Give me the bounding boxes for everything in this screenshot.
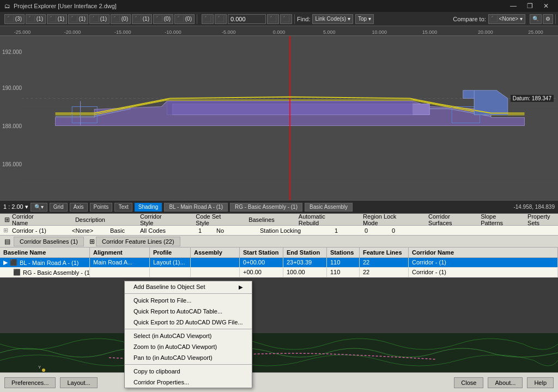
codeset-val: All Codes	[140, 227, 184, 234]
y-label-190: 190.000	[2, 85, 22, 91]
grid-btn[interactable]: Grid	[50, 203, 68, 212]
toolbar-btn-0c[interactable]: ⬛ (0)	[174, 14, 195, 24]
table-tabs[interactable]: ▤ Corridor Baselines (1) ⊞ Corridor Feat…	[0, 236, 558, 248]
toolbar-btn-1e[interactable]: ⬛ (1)	[132, 14, 152, 24]
about-btn[interactable]: About...	[488, 377, 523, 388]
toolbar-icon-q[interactable]: ⬛	[215, 14, 227, 24]
tab-rg-basic[interactable]: RG - Basic Assembly - (1)	[230, 203, 302, 212]
toolbar-btn-0b[interactable]: ⬛ (0)	[153, 14, 173, 24]
value-input[interactable]	[228, 14, 266, 24]
row-icon: ⊞	[3, 227, 12, 234]
y-label-188: 188.000	[2, 123, 22, 129]
row2-end: 100.00	[283, 268, 327, 277]
ctx-quick-report-acad-label: Quick Report to AutoCAD Table...	[134, 308, 222, 315]
viewport[interactable]: -25.000 -20.000 -15.000 -10.000 -5.000 0…	[0, 26, 558, 201]
toolbar-icon-r[interactable]: ⬛	[267, 14, 279, 24]
link-code-btn[interactable]: Link Code(s) ▾	[312, 14, 353, 24]
ctx-quick-report-file[interactable]: Quick Report to File...	[125, 295, 252, 306]
shading-btn[interactable]: Shading	[135, 203, 162, 212]
slope-header: Slope Patterns	[481, 213, 509, 226]
ctx-pan[interactable]: Pan to (in AutoCAD Viewport)	[125, 352, 252, 363]
ctx-copy[interactable]: Copy to clipboard	[125, 366, 252, 377]
scale-label: 1 : 2.00 ▾	[3, 203, 28, 210]
text-btn[interactable]: Text	[114, 203, 132, 212]
ctx-select-label: Select (in AutoCAD Viewport)	[134, 333, 211, 339]
row2-assembly	[191, 268, 240, 277]
x-tick-4: -10.000	[165, 29, 181, 35]
row2-start: +00.00	[240, 268, 283, 277]
maximize-btn[interactable]: ❐	[522, 0, 537, 12]
corridor-name-val: Corridor - (1)	[12, 227, 72, 234]
th-profile: Profile	[150, 248, 191, 257]
toolbar-btn-1b[interactable]: ⬛ (1)	[47, 14, 67, 24]
row1-assembly	[191, 258, 240, 267]
coord-label: -14.958, 184.839	[513, 204, 555, 210]
ctx-corridor-props[interactable]: Corridor Properties...	[125, 377, 252, 388]
settings-btn[interactable]: ⚙	[543, 14, 553, 24]
toolbar-icon-2[interactable]: ⬛	[280, 14, 292, 24]
baselines-tab[interactable]: Corridor Baselines (1)	[14, 237, 84, 246]
baselines-val: 1	[184, 227, 216, 234]
feature-lines-tab-icon: ⊞	[89, 238, 95, 245]
window-controls[interactable]: — ❐ ✕	[506, 0, 554, 12]
toolbar-btn-0a[interactable]: ⬛ (0)	[111, 14, 131, 24]
autorebuild-val: No	[216, 227, 260, 234]
top-btn[interactable]: Top ▾	[355, 14, 374, 24]
table-row[interactable]: ⬛ RG - Basic Assembly - (1) +00.00 100.0…	[0, 268, 558, 278]
ctx-sep-1	[125, 293, 252, 294]
minimize-btn[interactable]: —	[506, 0, 521, 12]
props-row: ⊞ Corridor - (1) <None> Basic All Codes …	[0, 226, 558, 235]
title-area: 🗂 Project Explorer [User Interface 2.dwg…	[4, 3, 117, 9]
row1-corridor: Corridor - (1)	[409, 258, 558, 267]
row1-expand[interactable]: ▶	[3, 259, 8, 266]
x-tick-6: 0.000	[273, 29, 286, 35]
row1-start: 0+00.00	[240, 258, 283, 267]
toolbar-btn-1d[interactable]: ⬛ (1)	[89, 14, 110, 24]
search-group: 🔍 ⚙	[527, 14, 556, 24]
properties-area: ⊞ Corridor Name Description Corridor Sty…	[0, 214, 558, 236]
slope-val: 0	[353, 227, 380, 234]
ctx-quick-export[interactable]: Quick Export to 2D AutoCAD DWG File...	[125, 317, 252, 328]
toolbar-1: ⬛ (3) ⬛ (1) ⬛ (1) ⬛ (1) ⬛ (1) ⬛ (0) ⬛ (1…	[0, 12, 558, 26]
row2-icon: ⬛	[13, 269, 21, 276]
tab-bl-main[interactable]: BL - Main Road A - (1)	[164, 203, 228, 212]
toolbar-btn-1a[interactable]: ⬛ (1)	[26, 14, 46, 24]
toolbar-btn-1c[interactable]: ⬛ (1)	[68, 14, 88, 24]
zoom-btn[interactable]: 🔍▾	[31, 203, 47, 212]
axis-btn[interactable]: Axis	[70, 203, 88, 212]
row1-end: 23+03.39	[283, 258, 327, 267]
th-end: End Station	[283, 248, 327, 257]
close-btn[interactable]: Close	[454, 377, 483, 388]
x-ruler: -25.000 -20.000 -15.000 -10.000 -5.000 0…	[0, 26, 558, 36]
th-stations: Stations	[327, 248, 360, 257]
ctx-quick-export-label: Quick Export to 2D AutoCAD DWG File...	[134, 319, 243, 325]
toolbar-input-group: ⬛ ⬛ ⬛ ⬛	[199, 14, 295, 24]
regionlock-header: Region Lock Mode	[363, 213, 399, 226]
table-row[interactable]: ▶ ⬛ BL - Main Road A - (1) Main Road A..…	[0, 258, 558, 268]
table-header: Baseline Name Alignment Profile Assembly…	[0, 248, 558, 258]
toolbar-icon-s[interactable]: ⬛	[202, 14, 214, 24]
none-btn[interactable]: ⬛ <None> ▾	[488, 14, 525, 24]
ctx-add-baseline[interactable]: Add Baseline to Object Set ▶	[125, 281, 252, 292]
search-btn[interactable]: 🔍	[530, 14, 542, 24]
tab-basic-assembly[interactable]: Basic Assembly	[305, 203, 353, 212]
y-label-186: 186.000	[2, 161, 22, 167]
x-tick-2: -20.000	[64, 29, 81, 35]
points-btn[interactable]: Points	[90, 203, 113, 212]
toolbar-btn-3[interactable]: ⬛ (3)	[4, 14, 25, 24]
preferences-btn[interactable]: Preferences...	[4, 377, 56, 388]
svg-point-14	[42, 369, 45, 372]
description-val: <None>	[72, 227, 110, 234]
row1-icon: ⬛	[10, 259, 17, 266]
codeset-header: Code Set Style	[196, 213, 225, 226]
help-btn[interactable]: Help	[527, 377, 554, 388]
footer: Preferences... Layout... Close About... …	[0, 372, 558, 392]
ctx-select[interactable]: Select (in AutoCAD Viewport)	[125, 330, 252, 341]
title-text: Project Explorer [User Interface 2.dwg]	[14, 3, 117, 9]
layout-btn[interactable]: Layout...	[60, 377, 97, 388]
feature-lines-tab[interactable]: Corridor Feature Lines (22)	[96, 237, 180, 246]
style-val: Basic	[110, 227, 140, 234]
ctx-zoom[interactable]: Zoom to (in AutoCAD Viewport)	[125, 341, 252, 352]
close-btn[interactable]: ✕	[538, 0, 554, 12]
ctx-quick-report-acad[interactable]: Quick Report to AutoCAD Table...	[125, 306, 252, 317]
